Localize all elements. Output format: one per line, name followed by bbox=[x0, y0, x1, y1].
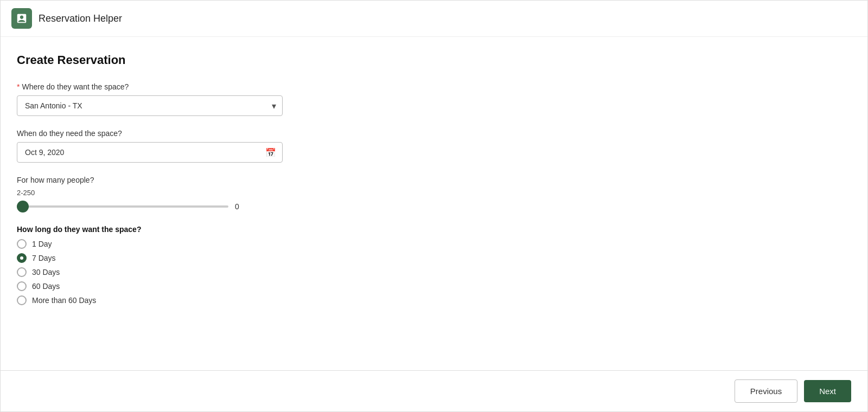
radio-label-more60: More than 60 Days bbox=[32, 296, 96, 305]
date-input-wrapper: 📅 bbox=[17, 142, 283, 163]
location-label: * Where do they want the space? bbox=[17, 82, 851, 91]
duration-option-7days[interactable]: 7 Days bbox=[17, 253, 851, 263]
panel: Reservation Helper Create Reservation * … bbox=[0, 0, 868, 412]
location-select-wrapper: San Antonio - TX Austin - TX Houston - T… bbox=[17, 95, 283, 116]
radio-more60[interactable] bbox=[17, 295, 27, 305]
footer: Previous Next bbox=[1, 370, 867, 411]
app-icon bbox=[11, 8, 32, 29]
previous-button[interactable]: Previous bbox=[735, 379, 797, 403]
duration-option-more60[interactable]: More than 60 Days bbox=[17, 295, 851, 305]
main-container: Reservation Helper Create Reservation * … bbox=[0, 0, 868, 412]
date-label: When do they need the space? bbox=[17, 129, 851, 138]
app-title: Reservation Helper bbox=[39, 13, 122, 24]
duration-radio-group: 1 Day 7 Days 30 Days 60 Days bbox=[17, 239, 851, 305]
header: Reservation Helper bbox=[1, 1, 867, 37]
location-label-text: Where do they want the space? bbox=[22, 82, 129, 91]
radio-label-1day: 1 Day bbox=[32, 240, 52, 248]
radio-label-7days: 7 Days bbox=[32, 254, 56, 262]
form-title: Create Reservation bbox=[17, 53, 851, 67]
duration-option-30days[interactable]: 30 Days bbox=[17, 267, 851, 277]
form-content: Create Reservation * Where do they want … bbox=[1, 37, 867, 370]
radio-7days[interactable] bbox=[17, 253, 27, 263]
app-icon-svg bbox=[16, 12, 28, 24]
people-label: For how many people? bbox=[17, 176, 851, 184]
location-field-group: * Where do they want the space? San Anto… bbox=[17, 82, 851, 116]
duration-option-60days[interactable]: 60 Days bbox=[17, 281, 851, 291]
radio-1day[interactable] bbox=[17, 239, 27, 249]
duration-option-1day[interactable]: 1 Day bbox=[17, 239, 851, 249]
slider-value: 0 bbox=[235, 202, 248, 211]
people-field-group: For how many people? 2-250 0 bbox=[17, 176, 851, 212]
date-field-group: When do they need the space? 📅 bbox=[17, 129, 851, 163]
radio-label-60days: 60 Days bbox=[32, 282, 60, 291]
duration-label: How long do they want the space? bbox=[17, 225, 851, 234]
duration-field-group: How long do they want the space? 1 Day 7… bbox=[17, 225, 851, 305]
slider-track-wrapper bbox=[17, 201, 228, 212]
people-range: 2-250 bbox=[17, 189, 851, 197]
radio-label-30days: 30 Days bbox=[32, 268, 60, 276]
slider-row: 0 bbox=[17, 201, 851, 212]
date-input[interactable] bbox=[17, 142, 283, 163]
next-button[interactable]: Next bbox=[804, 380, 851, 402]
radio-60days[interactable] bbox=[17, 281, 27, 291]
required-star: * bbox=[17, 82, 20, 91]
location-select[interactable]: San Antonio - TX Austin - TX Houston - T… bbox=[17, 95, 283, 116]
radio-30days[interactable] bbox=[17, 267, 27, 277]
people-slider[interactable] bbox=[17, 205, 228, 208]
